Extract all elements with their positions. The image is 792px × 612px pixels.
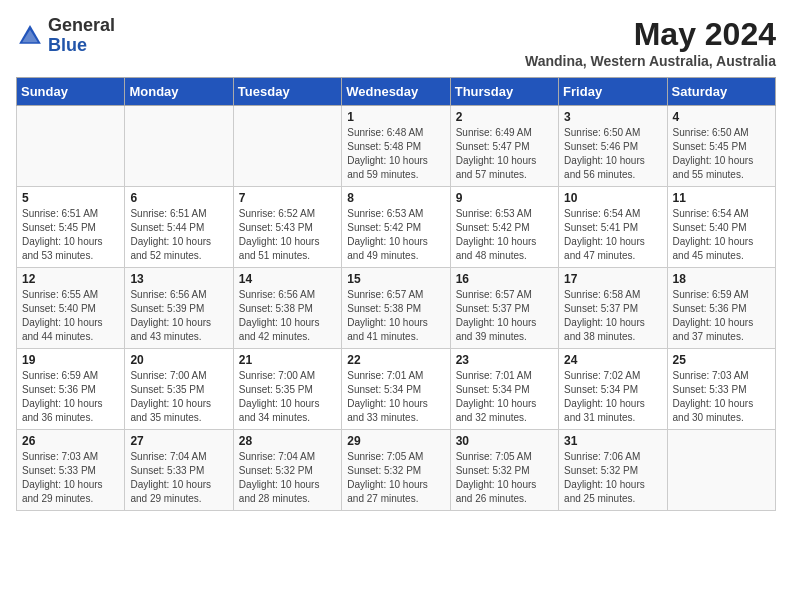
day-cell-5: 5Sunrise: 6:51 AM Sunset: 5:45 PM Daylig…	[17, 187, 125, 268]
day-number: 24	[564, 353, 661, 367]
day-cell-7: 7Sunrise: 6:52 AM Sunset: 5:43 PM Daylig…	[233, 187, 341, 268]
day-info: Sunrise: 6:50 AM Sunset: 5:46 PM Dayligh…	[564, 126, 661, 182]
day-number: 31	[564, 434, 661, 448]
day-cell-28: 28Sunrise: 7:04 AM Sunset: 5:32 PM Dayli…	[233, 430, 341, 511]
empty-cell	[17, 106, 125, 187]
day-info: Sunrise: 7:00 AM Sunset: 5:35 PM Dayligh…	[130, 369, 227, 425]
week-row-4: 19Sunrise: 6:59 AM Sunset: 5:36 PM Dayli…	[17, 349, 776, 430]
day-number: 22	[347, 353, 444, 367]
day-cell-27: 27Sunrise: 7:04 AM Sunset: 5:33 PM Dayli…	[125, 430, 233, 511]
day-cell-2: 2Sunrise: 6:49 AM Sunset: 5:47 PM Daylig…	[450, 106, 558, 187]
col-header-sunday: Sunday	[17, 78, 125, 106]
day-cell-31: 31Sunrise: 7:06 AM Sunset: 5:32 PM Dayli…	[559, 430, 667, 511]
day-number: 14	[239, 272, 336, 286]
day-cell-10: 10Sunrise: 6:54 AM Sunset: 5:41 PM Dayli…	[559, 187, 667, 268]
title-block: May 2024 Wandina, Western Australia, Aus…	[525, 16, 776, 69]
day-info: Sunrise: 6:51 AM Sunset: 5:45 PM Dayligh…	[22, 207, 119, 263]
day-number: 29	[347, 434, 444, 448]
day-info: Sunrise: 7:06 AM Sunset: 5:32 PM Dayligh…	[564, 450, 661, 506]
day-number: 26	[22, 434, 119, 448]
day-cell-3: 3Sunrise: 6:50 AM Sunset: 5:46 PM Daylig…	[559, 106, 667, 187]
day-number: 1	[347, 110, 444, 124]
day-info: Sunrise: 6:49 AM Sunset: 5:47 PM Dayligh…	[456, 126, 553, 182]
day-info: Sunrise: 6:58 AM Sunset: 5:37 PM Dayligh…	[564, 288, 661, 344]
day-cell-23: 23Sunrise: 7:01 AM Sunset: 5:34 PM Dayli…	[450, 349, 558, 430]
day-cell-17: 17Sunrise: 6:58 AM Sunset: 5:37 PM Dayli…	[559, 268, 667, 349]
day-info: Sunrise: 6:50 AM Sunset: 5:45 PM Dayligh…	[673, 126, 770, 182]
day-number: 17	[564, 272, 661, 286]
day-info: Sunrise: 6:48 AM Sunset: 5:48 PM Dayligh…	[347, 126, 444, 182]
day-info: Sunrise: 7:03 AM Sunset: 5:33 PM Dayligh…	[673, 369, 770, 425]
day-info: Sunrise: 6:52 AM Sunset: 5:43 PM Dayligh…	[239, 207, 336, 263]
day-number: 5	[22, 191, 119, 205]
day-number: 2	[456, 110, 553, 124]
day-cell-26: 26Sunrise: 7:03 AM Sunset: 5:33 PM Dayli…	[17, 430, 125, 511]
day-info: Sunrise: 6:54 AM Sunset: 5:41 PM Dayligh…	[564, 207, 661, 263]
day-cell-16: 16Sunrise: 6:57 AM Sunset: 5:37 PM Dayli…	[450, 268, 558, 349]
day-number: 7	[239, 191, 336, 205]
col-header-monday: Monday	[125, 78, 233, 106]
day-number: 20	[130, 353, 227, 367]
day-cell-18: 18Sunrise: 6:59 AM Sunset: 5:36 PM Dayli…	[667, 268, 775, 349]
logo-text: General Blue	[48, 16, 115, 56]
col-header-friday: Friday	[559, 78, 667, 106]
day-cell-6: 6Sunrise: 6:51 AM Sunset: 5:44 PM Daylig…	[125, 187, 233, 268]
week-row-5: 26Sunrise: 7:03 AM Sunset: 5:33 PM Dayli…	[17, 430, 776, 511]
day-info: Sunrise: 7:00 AM Sunset: 5:35 PM Dayligh…	[239, 369, 336, 425]
day-number: 6	[130, 191, 227, 205]
week-row-2: 5Sunrise: 6:51 AM Sunset: 5:45 PM Daylig…	[17, 187, 776, 268]
page-header: General Blue May 2024 Wandina, Western A…	[16, 16, 776, 69]
day-cell-8: 8Sunrise: 6:53 AM Sunset: 5:42 PM Daylig…	[342, 187, 450, 268]
day-cell-14: 14Sunrise: 6:56 AM Sunset: 5:38 PM Dayli…	[233, 268, 341, 349]
day-info: Sunrise: 6:59 AM Sunset: 5:36 PM Dayligh…	[22, 369, 119, 425]
col-header-tuesday: Tuesday	[233, 78, 341, 106]
week-row-3: 12Sunrise: 6:55 AM Sunset: 5:40 PM Dayli…	[17, 268, 776, 349]
day-number: 28	[239, 434, 336, 448]
day-cell-25: 25Sunrise: 7:03 AM Sunset: 5:33 PM Dayli…	[667, 349, 775, 430]
location: Wandina, Western Australia, Australia	[525, 53, 776, 69]
day-number: 9	[456, 191, 553, 205]
day-info: Sunrise: 6:56 AM Sunset: 5:38 PM Dayligh…	[239, 288, 336, 344]
day-info: Sunrise: 6:59 AM Sunset: 5:36 PM Dayligh…	[673, 288, 770, 344]
day-info: Sunrise: 7:04 AM Sunset: 5:32 PM Dayligh…	[239, 450, 336, 506]
day-info: Sunrise: 6:54 AM Sunset: 5:40 PM Dayligh…	[673, 207, 770, 263]
day-info: Sunrise: 7:02 AM Sunset: 5:34 PM Dayligh…	[564, 369, 661, 425]
day-number: 3	[564, 110, 661, 124]
col-header-wednesday: Wednesday	[342, 78, 450, 106]
empty-cell	[233, 106, 341, 187]
calendar-table: SundayMondayTuesdayWednesdayThursdayFrid…	[16, 77, 776, 511]
day-cell-11: 11Sunrise: 6:54 AM Sunset: 5:40 PM Dayli…	[667, 187, 775, 268]
col-header-thursday: Thursday	[450, 78, 558, 106]
day-cell-21: 21Sunrise: 7:00 AM Sunset: 5:35 PM Dayli…	[233, 349, 341, 430]
day-info: Sunrise: 7:05 AM Sunset: 5:32 PM Dayligh…	[347, 450, 444, 506]
day-info: Sunrise: 7:05 AM Sunset: 5:32 PM Dayligh…	[456, 450, 553, 506]
day-info: Sunrise: 6:57 AM Sunset: 5:38 PM Dayligh…	[347, 288, 444, 344]
day-info: Sunrise: 7:01 AM Sunset: 5:34 PM Dayligh…	[347, 369, 444, 425]
day-cell-1: 1Sunrise: 6:48 AM Sunset: 5:48 PM Daylig…	[342, 106, 450, 187]
day-cell-19: 19Sunrise: 6:59 AM Sunset: 5:36 PM Dayli…	[17, 349, 125, 430]
empty-cell	[667, 430, 775, 511]
day-cell-24: 24Sunrise: 7:02 AM Sunset: 5:34 PM Dayli…	[559, 349, 667, 430]
day-info: Sunrise: 6:57 AM Sunset: 5:37 PM Dayligh…	[456, 288, 553, 344]
day-number: 10	[564, 191, 661, 205]
day-info: Sunrise: 6:53 AM Sunset: 5:42 PM Dayligh…	[347, 207, 444, 263]
day-cell-9: 9Sunrise: 6:53 AM Sunset: 5:42 PM Daylig…	[450, 187, 558, 268]
day-number: 23	[456, 353, 553, 367]
calendar-header-row: SundayMondayTuesdayWednesdayThursdayFrid…	[17, 78, 776, 106]
day-info: Sunrise: 6:53 AM Sunset: 5:42 PM Dayligh…	[456, 207, 553, 263]
day-number: 30	[456, 434, 553, 448]
day-cell-4: 4Sunrise: 6:50 AM Sunset: 5:45 PM Daylig…	[667, 106, 775, 187]
logo-icon	[16, 22, 44, 50]
day-cell-20: 20Sunrise: 7:00 AM Sunset: 5:35 PM Dayli…	[125, 349, 233, 430]
day-info: Sunrise: 7:04 AM Sunset: 5:33 PM Dayligh…	[130, 450, 227, 506]
day-number: 4	[673, 110, 770, 124]
day-info: Sunrise: 7:03 AM Sunset: 5:33 PM Dayligh…	[22, 450, 119, 506]
week-row-1: 1Sunrise: 6:48 AM Sunset: 5:48 PM Daylig…	[17, 106, 776, 187]
day-info: Sunrise: 6:56 AM Sunset: 5:39 PM Dayligh…	[130, 288, 227, 344]
day-info: Sunrise: 7:01 AM Sunset: 5:34 PM Dayligh…	[456, 369, 553, 425]
day-number: 25	[673, 353, 770, 367]
day-number: 18	[673, 272, 770, 286]
col-header-saturday: Saturday	[667, 78, 775, 106]
day-number: 21	[239, 353, 336, 367]
month-year: May 2024	[525, 16, 776, 53]
